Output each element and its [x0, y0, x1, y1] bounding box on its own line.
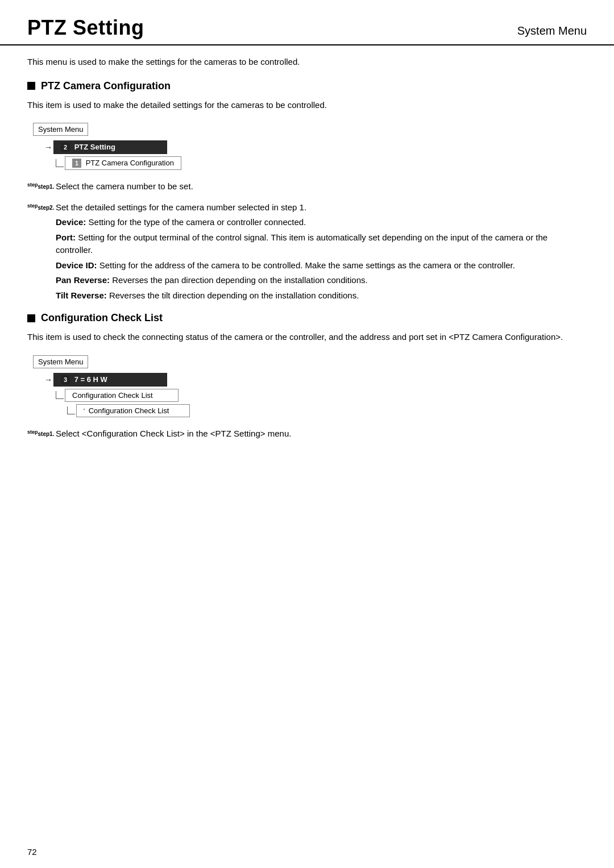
section2-step1: stepstep1. Select <Configuration Check L… — [27, 427, 587, 441]
section1-diagram: System Menu → 2 PTZ Setting 1 PTZ Camera… — [27, 123, 587, 170]
section2-connector2 — [67, 406, 75, 414]
intro-text: This menu is used to make the settings f… — [27, 56, 587, 69]
section2-diagram: System Menu → 3 7 = 6 H W Configuration … — [27, 355, 587, 417]
section2-step1-label: stepstep1. — [27, 427, 56, 441]
section1-description: This item is used to make the detailed s… — [27, 99, 587, 112]
section2-level3-sublabel: ' — [84, 408, 85, 414]
section2-level2-box: Configuration Check List — [65, 389, 179, 402]
section2-level3-box: ' Configuration Check List — [76, 404, 190, 417]
section2-system-menu-box: System Menu — [33, 355, 88, 368]
section1-icon — [27, 82, 35, 90]
section1-arrow: → — [44, 143, 52, 152]
section2-tree: System Menu → 3 7 = 6 H W Configuration … — [33, 355, 587, 417]
page-title: PTZ Setting — [27, 16, 144, 40]
section1-header: PTZ Camera Configuration — [27, 80, 587, 92]
section2-level1-box: 3 7 = 6 H W — [53, 373, 167, 387]
section1-level2-label: PTZ Camera Configuration — [86, 159, 174, 167]
section1-level2-number: 1 — [72, 159, 81, 168]
section2-title: Configuration Check List — [41, 312, 163, 324]
section2-header: Configuration Check List — [27, 312, 587, 324]
section1-step1: stepstep1. Select the camera number to b… — [27, 180, 587, 193]
section2-tree-top: System Menu — [33, 355, 587, 371]
section1-tree: System Menu → 2 PTZ Setting 1 PTZ Camera… — [33, 123, 587, 170]
section1-step2: stepstep2. Set the detailed settings for… — [27, 201, 587, 305]
section2-level1-label: 7 = 6 H W — [74, 375, 107, 384]
section2-level3-label: Configuration Check List — [89, 406, 169, 415]
page-header: PTZ Setting System Menu — [0, 0, 614, 45]
section1-tree-top: System Menu — [33, 123, 587, 138]
section1-step1-label: stepstep1. — [27, 180, 56, 193]
section2-step1-content: Select <Configuration Check List> in the… — [56, 427, 587, 441]
section1-tree-level1: → 2 PTZ Setting — [33, 140, 587, 154]
section2-tree-level3: ' Configuration Check List — [33, 404, 587, 417]
section1-step2-panreverse: Pan Reverse: Reverses the pan direction … — [56, 274, 587, 287]
section1-step1-content: Select the camera number to be set. — [56, 180, 587, 193]
section1-level1-label: PTZ Setting — [74, 143, 115, 151]
section1-level1-box: 2 PTZ Setting — [53, 140, 167, 154]
section2-connector1 — [56, 391, 64, 399]
section1-step2-device: Device: Setting for the type of the came… — [56, 216, 587, 229]
section2-icon — [27, 314, 35, 322]
section2-step1-text: Select <Configuration Check List> in the… — [56, 429, 291, 438]
section2-level1-number: 3 — [61, 375, 70, 384]
section2-arrow: → — [44, 375, 52, 384]
section2-tree-level1: → 3 7 = 6 H W — [33, 373, 587, 387]
page-subtitle: System Menu — [517, 24, 587, 40]
section1-step2-intro: Set the detailed settings for the camera… — [56, 201, 587, 214]
page-container: PTZ Setting System Menu This menu is use… — [0, 0, 614, 868]
section1-step2-label: stepstep2. — [27, 201, 56, 305]
section1-step2-content: Set the detailed settings for the camera… — [56, 201, 587, 305]
section2-description: This item is used to check the connectin… — [27, 331, 587, 344]
section1-level1-number: 2 — [61, 143, 70, 152]
section1-step1-text: Select the camera number to be set. — [56, 181, 193, 191]
section1-step2-port: Port: Setting for the output terminal of… — [56, 231, 587, 257]
page-footer: 72 — [27, 847, 37, 857]
main-content: This menu is used to make the settings f… — [0, 56, 614, 440]
section1-connector — [56, 159, 64, 167]
section1-step2-deviceid: Device ID: Setting for the address of th… — [56, 259, 587, 272]
section1-system-menu-box: System Menu — [33, 123, 88, 136]
section1-step2-tiltreverse: Tilt Reverse: Reverses the tilt directio… — [56, 289, 587, 302]
section1-tree-level2: 1 PTZ Camera Configuration — [33, 156, 587, 170]
section2-tree-level2: Configuration Check List — [33, 389, 587, 402]
section1-title: PTZ Camera Configuration — [41, 80, 171, 92]
section2-level2-label: Configuration Check List — [72, 391, 153, 400]
section1-level2-box: 1 PTZ Camera Configuration — [65, 156, 181, 170]
page-number: 72 — [27, 847, 37, 857]
